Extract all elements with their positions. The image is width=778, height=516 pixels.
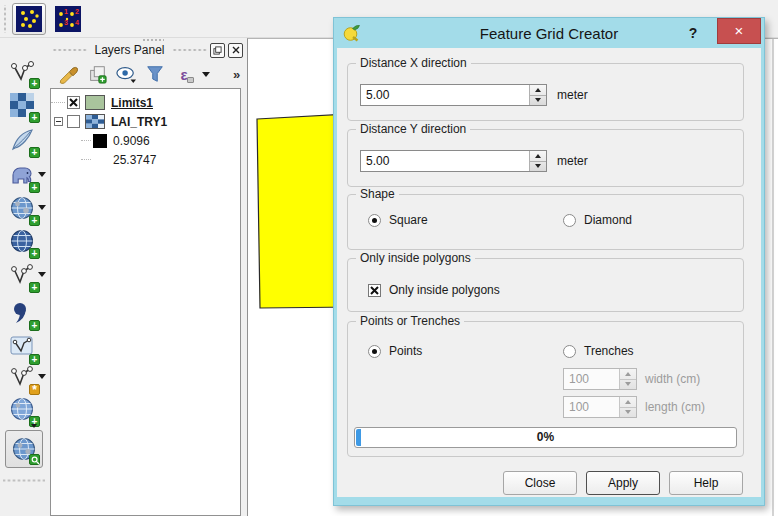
spin-down-button[interactable] [530,96,546,106]
group-title: Distance Y direction [356,122,470,136]
magnifier-badge-icon [29,454,40,465]
spin-down-button[interactable] [620,408,636,418]
progress-label: 0% [355,428,736,447]
spin-up-button[interactable] [530,151,546,162]
dialog-button-row: Close Apply Help [337,471,743,495]
spin-down-button[interactable] [530,162,546,172]
plus-badge-icon [29,147,40,158]
radio-icon[interactable] [563,214,576,227]
close-button[interactable]: Close [503,471,577,495]
add-vector-layer-button[interactable] [9,58,37,86]
add-delimited-text-layer-button[interactable] [9,300,37,328]
add-wms-layer-button[interactable] [9,195,37,223]
layers-panel-title: Layers Panel [87,43,171,57]
trench-length-input[interactable] [564,397,619,417]
canvas-edge [772,39,774,516]
diamond-radio-label: Diamond [584,213,632,227]
add-raster-layer-button[interactable] [9,92,37,120]
radio-selected-icon[interactable] [368,214,381,227]
distance-x-input[interactable] [361,85,529,105]
spin-up-button[interactable] [530,85,546,96]
trenches-radio-option[interactable]: Trenches [563,344,634,358]
apply-button[interactable]: Apply [586,471,660,495]
layer-swatch [85,114,105,129]
add-group-button[interactable] [86,63,108,85]
points-radio-label: Points [389,344,422,358]
layer-name[interactable]: LAI_TRY1 [111,115,167,129]
plus-badge-icon [29,282,40,293]
toolbar-drag-handle[interactable] [3,478,45,483]
feature-grid-creator-button[interactable] [5,430,43,468]
dropdown-arrow-icon[interactable] [38,205,46,210]
dropdown-arrow-icon[interactable] [31,424,37,428]
spin-down-button[interactable] [620,380,636,390]
legend-value: 0.9096 [113,134,150,148]
feature-grid-creator-dialog: Feature Grid Creator ? × Distance X dire… [333,17,765,506]
add-postgis-layer-button[interactable] [9,162,37,190]
tree-guide [51,102,65,103]
spin-up-button[interactable] [620,369,636,380]
dropdown-arrow-icon[interactable] [202,72,210,77]
square-radio-option[interactable]: Square [368,213,563,227]
layer-row-lai-try1[interactable]: LAI_TRY1 [51,112,240,131]
layer-visibility-checkbox[interactable] [67,96,80,109]
globe-magnifier-icon [11,436,37,462]
add-wcs-layer-button[interactable] [9,228,37,256]
group-title: Distance X direction [356,56,471,70]
point-grid-button[interactable] [12,3,46,35]
diamond-radio-option[interactable]: Diamond [563,213,632,227]
only-inside-polygons-checkbox[interactable] [368,284,381,297]
layer-tree: Limits1 LAI_TRY1 0.9096 25.3747 [50,88,241,516]
only-inside-polygons-group: Only inside polygons Only inside polygon… [347,258,744,312]
trench-length-label: length (cm) [645,400,705,414]
layer-swatch [85,95,105,110]
checked-x-icon [370,286,379,295]
toolbar-drag-handle[interactable] [2,5,8,33]
radio-icon[interactable] [563,345,576,358]
progress-bar: 0% [354,427,737,448]
layer-name[interactable]: Limits1 [111,96,153,110]
layer-styling-button[interactable] [57,63,79,85]
dropdown-arrow-icon[interactable] [38,172,46,177]
collapse-expander[interactable] [54,117,63,126]
distance-y-group: Distance Y direction meter [347,129,744,187]
spin-up-button[interactable] [620,397,636,408]
toolbar-overflow-button[interactable]: » [233,67,240,82]
plus-badge-icon [29,182,40,193]
close-panel-button[interactable] [228,43,243,58]
filter-expression-button[interactable]: ε [173,63,195,85]
help-button[interactable]: Help [669,471,743,495]
raster-legend-row: 25.3747 [51,150,240,169]
add-spatialite-layer-button[interactable] [9,127,37,155]
distance-x-spinbox [360,84,547,106]
plus-badge-icon [29,215,40,226]
add-wfs-layer-button[interactable] [9,262,37,290]
numbered-point-grid-button[interactable]: 1 2 3 4 [51,3,85,35]
square-radio-label: Square [389,213,428,227]
close-titlebar-button[interactable]: × [717,18,761,44]
filter-legend-button[interactable] [144,63,166,85]
distance-y-input[interactable] [361,151,529,171]
unit-label: meter [557,154,588,168]
dropdown-arrow-icon[interactable] [38,272,46,277]
dropdown-arrow-icon[interactable] [38,374,46,379]
checked-x-icon [69,98,78,107]
new-layer-button[interactable] [9,364,37,392]
points-radio-option[interactable]: Points [368,344,563,358]
trench-width-input[interactable] [564,369,619,389]
eye-icon [115,64,137,84]
numbered-point-grid-icon: 1 2 3 4 [55,6,81,32]
layer-visibility-checkbox[interactable] [67,115,80,128]
help-titlebar-button[interactable]: ? [680,21,706,45]
radio-selected-icon[interactable] [368,345,381,358]
raster-legend-row: 0.9096 [51,131,240,150]
legend-swatch [93,134,107,148]
add-arcgis-layer-button[interactable] [9,396,37,424]
trench-length-spinbox [563,396,637,418]
paintbrush-icon [58,64,78,84]
layer-row-limits1[interactable]: Limits1 [51,93,240,112]
float-panel-button[interactable] [210,43,225,58]
add-virtual-layer-button[interactable] [9,334,37,362]
manage-themes-button[interactable] [115,63,137,85]
dialog-titlebar[interactable]: Feature Grid Creator ? × [334,18,764,48]
